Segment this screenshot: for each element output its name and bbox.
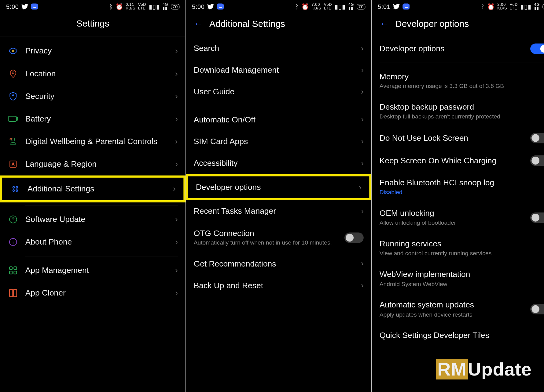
row-webview-impl[interactable]: WebView implementationAndroid System Web… xyxy=(372,263,544,294)
chevron-right-icon: › xyxy=(173,184,176,194)
security-icon xyxy=(8,91,18,101)
alarm-icon: ⏰ xyxy=(487,3,495,10)
signal-icon: ▮▯▮ xyxy=(149,3,160,10)
row-label: SIM Card Apps xyxy=(194,136,354,146)
row-security[interactable]: Security › xyxy=(0,85,186,107)
screen-settings: 5:00 ☁ ᛒ ⏰ 0.11KB/S VoDLTE ▮▯▮ 4G▮▮ 70 S… xyxy=(0,0,186,392)
row-memory[interactable]: MemoryAverage memory usage is 3.3 GB out… xyxy=(372,66,544,96)
row-label: App Management xyxy=(25,266,168,275)
chevron-right-icon: › xyxy=(175,160,178,169)
signal-icon: ▮▯▮ xyxy=(520,3,531,10)
battery-indicator: 70 xyxy=(171,4,180,9)
alarm-icon: ⏰ xyxy=(116,3,123,10)
row-label: Keep Screen On While Charging xyxy=(380,156,524,166)
twitter-icon xyxy=(207,3,214,9)
row-location[interactable]: Location › xyxy=(0,62,186,85)
update-icon xyxy=(8,214,18,225)
row-developer-options[interactable]: Developer options › xyxy=(186,174,371,201)
row-subtitle: Apply updates when device restarts xyxy=(380,311,524,318)
chevron-right-icon: › xyxy=(361,88,364,97)
svg-point-9 xyxy=(16,190,18,191)
signal-icon: ▮▯▮ xyxy=(335,3,346,10)
developer-options-master-row[interactable]: Developer options xyxy=(372,38,544,60)
row-back-up-and-reset[interactable]: Back Up and Reset › xyxy=(186,274,371,296)
row-label: Privacy xyxy=(25,46,168,56)
row-label: Developer options xyxy=(380,44,524,54)
bluetooth-icon: ᛒ xyxy=(295,3,299,10)
page-title: Additional Settings xyxy=(209,19,285,29)
row-subtitle: Disabled xyxy=(380,189,540,196)
toggle-switch[interactable] xyxy=(530,133,544,143)
row-software-update[interactable]: Software Update › xyxy=(0,208,186,231)
chevron-right-icon: › xyxy=(361,207,364,216)
row-label: Quick Settings Developer Tiles xyxy=(380,331,540,340)
row-oem-unlocking[interactable]: OEM unlockingAllow unlocking of bootload… xyxy=(372,202,544,233)
back-button[interactable]: ← xyxy=(380,18,389,30)
row-automatic-on-off[interactable]: Automatic On/Off › xyxy=(186,109,371,131)
header: Settings xyxy=(0,12,186,37)
network-4g-icon: 4G▮▮ xyxy=(163,3,168,11)
bluetooth-icon: ᛒ xyxy=(109,3,113,10)
network-4g-icon: 4G▮▮ xyxy=(348,3,354,11)
chevron-right-icon: › xyxy=(361,281,364,290)
info-icon xyxy=(8,237,18,247)
row-digital-wellbeing[interactable]: Digital Wellbeing & Parental Controls › xyxy=(0,130,186,153)
twitter-icon xyxy=(393,3,400,9)
row-recent-tasks-manager[interactable]: Recent Tasks Manager › xyxy=(186,200,371,222)
chevron-right-icon: › xyxy=(175,266,178,275)
row-privacy[interactable]: Privacy › xyxy=(0,40,186,62)
row-additional-settings[interactable]: Additional Settings › xyxy=(0,176,186,202)
row-sim-card-apps[interactable]: SIM Card Apps › xyxy=(186,130,371,152)
discord-icon: ☁ xyxy=(403,3,410,9)
battery-indicator: 70 xyxy=(357,4,366,9)
wellbeing-icon xyxy=(8,136,18,147)
row-app-management[interactable]: App Management › xyxy=(0,259,186,281)
toggle-switch[interactable] xyxy=(530,155,544,166)
toggle-switch[interactable] xyxy=(344,232,364,243)
row-language-region[interactable]: Language & Region › xyxy=(0,153,186,176)
row-label: Language & Region xyxy=(25,159,168,169)
toggle-switch[interactable] xyxy=(530,44,544,54)
row-auto-system-updates[interactable]: Automatic system updatesApply updates wh… xyxy=(372,294,544,325)
toggle-switch[interactable] xyxy=(530,304,544,314)
privacy-icon xyxy=(8,46,18,56)
row-otg-connection[interactable]: OTG ConnectionAutomatically turn off whe… xyxy=(186,222,371,253)
row-running-services[interactable]: Running servicesView and control current… xyxy=(372,233,544,263)
header: ← Additional Settings xyxy=(186,12,371,38)
additional-icon xyxy=(10,184,20,194)
back-button[interactable]: ← xyxy=(194,18,203,30)
row-app-cloner[interactable]: App Cloner › xyxy=(0,282,186,304)
svg-rect-17 xyxy=(13,289,17,297)
row-label: Desktop backup password xyxy=(380,102,540,112)
row-label: Do Not Use Lock Screen xyxy=(380,133,524,143)
row-bt-hci-snoop[interactable]: Enable Bluetooth HCI snoop logDisabled › xyxy=(372,172,544,202)
row-battery[interactable]: Battery › xyxy=(0,107,186,130)
bluetooth-icon: ᛒ xyxy=(481,3,484,10)
row-label: Running services xyxy=(380,239,540,249)
toggle-switch[interactable] xyxy=(530,212,544,223)
chevron-right-icon: › xyxy=(175,238,178,247)
chevron-right-icon: › xyxy=(361,137,364,146)
volte-icon: VoDLTE xyxy=(510,3,518,11)
status-bar: 5:01 ☁ ᛒ ⏰ 2.00KB/S VoDLTE ▮▯▮ 4G▮▮ 70 xyxy=(372,0,544,12)
svg-point-6 xyxy=(13,187,14,188)
row-qs-dev-tiles[interactable]: Quick Settings Developer Tiles › xyxy=(372,325,544,347)
row-label: Automatic system updates xyxy=(380,300,524,310)
row-get-recommendations[interactable]: Get Recommendations › xyxy=(186,253,371,275)
battery-indicator: 70 xyxy=(542,4,544,9)
row-desktop-backup-password[interactable]: Desktop backup passwordDesktop full back… xyxy=(372,96,544,127)
svg-rect-16 xyxy=(9,289,13,297)
volte-icon: VoDLTE xyxy=(324,3,332,11)
svg-rect-14 xyxy=(9,271,12,274)
row-search[interactable]: Search › xyxy=(186,38,371,60)
chevron-right-icon: › xyxy=(361,115,364,124)
row-do-not-use-lock-screen[interactable]: Do Not Use Lock Screen xyxy=(372,127,544,149)
row-user-guide[interactable]: User Guide › xyxy=(186,81,371,103)
row-accessibility[interactable]: Accessibility › xyxy=(186,152,371,174)
row-keep-screen-on[interactable]: Keep Screen On While Charging xyxy=(372,149,544,172)
row-download-management[interactable]: Download Management › xyxy=(186,59,371,81)
row-about-phone[interactable]: About Phone › xyxy=(0,231,186,253)
row-subtitle: Desktop full backups aren't currently pr… xyxy=(380,113,540,121)
chevron-right-icon: › xyxy=(361,66,364,75)
screen-additional-settings: 5:00 ☁ ᛒ ⏰ 7.00KB/S VoDLTE ▮▯▮ 4G▮▮ 70 ←… xyxy=(186,0,371,392)
